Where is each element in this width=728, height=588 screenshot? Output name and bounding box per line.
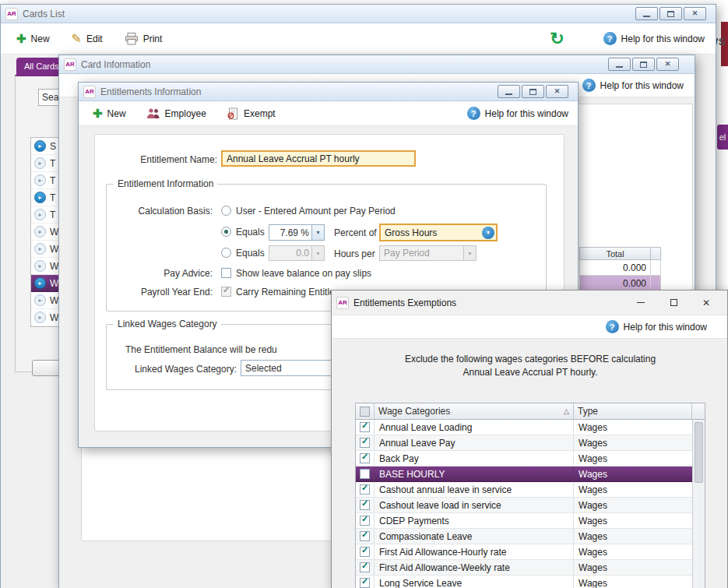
row-checkbox[interactable]: [360, 578, 370, 588]
new-button[interactable]: ✚New: [93, 107, 126, 119]
row-checkbox[interactable]: [360, 453, 370, 463]
cards-list-titlebar[interactable]: AR Cards List ✕: [1, 5, 716, 23]
close-button[interactable]: ✕: [546, 85, 568, 98]
table-row[interactable]: Compassionate LeaveWages: [356, 529, 705, 544]
card-name-text: W: [50, 295, 58, 306]
plus-icon: ✚: [16, 33, 26, 44]
refresh-icon[interactable]: ↻: [550, 30, 564, 48]
linked-wages-description: The Entitlement Balance will be redu: [125, 344, 277, 355]
vertical-scrollbar[interactable]: [692, 420, 705, 588]
radio-user-entered[interactable]: [221, 206, 231, 216]
row-checkbox[interactable]: [360, 484, 370, 495]
scrollbar-thumb[interactable]: [695, 422, 703, 483]
entitlements-exemptions-titlebar[interactable]: AR Entitlements Exemptions ✕: [332, 290, 727, 315]
dropdown-arrow-icon[interactable]: ▾: [311, 225, 324, 240]
print-button[interactable]: Print: [125, 33, 163, 45]
table-row[interactable]: Cashout leave load in serviceWages: [356, 498, 705, 513]
row-checkbox[interactable]: [360, 469, 370, 479]
help-link[interactable]: ?Help for this window: [606, 320, 707, 333]
zoom-arrow-icon[interactable]: ▸: [34, 312, 46, 323]
help-button-fragment[interactable]: el: [717, 125, 728, 150]
row-checkbox[interactable]: [360, 531, 370, 541]
zoom-arrow-icon[interactable]: ▸: [34, 226, 46, 238]
description-line: Exclude the following wages categories B…: [355, 353, 705, 366]
zoom-arrow-icon[interactable]: ▸: [34, 277, 46, 289]
row-checkbox[interactable]: [360, 547, 370, 557]
edit-button[interactable]: ✎Edit: [72, 33, 103, 45]
column-header-total[interactable]: Total: [579, 247, 651, 260]
card-information-titlebar[interactable]: AR Card Information ✕: [59, 55, 695, 74]
row-checkbox[interactable]: [360, 500, 370, 510]
row-checkbox[interactable]: [360, 562, 370, 572]
close-icon: ✕: [665, 61, 671, 68]
table-row[interactable]: 0.000: [579, 260, 662, 276]
row-checkbox[interactable]: [360, 516, 370, 526]
zoom-arrow-icon[interactable]: ▸: [34, 294, 46, 306]
minimize-button[interactable]: [498, 85, 520, 98]
entitlement-name-input[interactable]: Annual Leave Accrual PT hourly: [221, 150, 416, 167]
table-row[interactable]: Cashout annual leave in serviceWages: [356, 482, 705, 498]
percent-value-combo[interactable]: 7.69 % ▾: [269, 224, 325, 241]
type-cell: Wages: [574, 482, 692, 497]
maximize-icon: [670, 299, 677, 306]
exempt-icon: [227, 107, 239, 120]
maximize-button[interactable]: [659, 7, 682, 20]
zoom-arrow-icon[interactable]: ▸: [34, 192, 46, 203]
close-button[interactable]: ✕: [684, 7, 706, 20]
table-row[interactable]: Annual Leave LoadingWages: [356, 420, 705, 435]
row-checkbox[interactable]: [360, 422, 370, 432]
exempt-button[interactable]: Exempt: [227, 107, 276, 120]
printer-icon: [125, 33, 139, 45]
table-row[interactable]: Annual Leave PayWages: [356, 435, 705, 451]
card-name-text: W: [50, 261, 58, 272]
minimize-button[interactable]: [608, 58, 631, 71]
minimize-button[interactable]: [624, 290, 657, 315]
radio-equals-percent[interactable]: [221, 227, 231, 237]
zoom-arrow-icon[interactable]: ▸: [34, 140, 46, 152]
maximize-button[interactable]: [522, 85, 544, 98]
maximize-icon: [640, 62, 647, 68]
zoom-arrow-icon[interactable]: ▸: [34, 209, 46, 220]
wage-categories-header-label: Wage Categories: [378, 406, 450, 417]
help-link[interactable]: ?Help for this window: [467, 107, 568, 120]
window-title: Card Information: [81, 59, 150, 70]
column-header-type[interactable]: Type: [574, 403, 692, 419]
zoom-arrow-icon[interactable]: ▸: [34, 174, 46, 186]
dropdown-arrow-icon[interactable]: ▾: [482, 227, 494, 239]
radio-equals-hours[interactable]: [221, 248, 231, 258]
pay-advice-checkbox[interactable]: [221, 268, 231, 278]
table-row[interactable]: CDEP PaymentsWages: [356, 513, 705, 529]
table-row[interactable]: Long Service LeaveWages: [356, 576, 705, 588]
type-cell: Wages: [574, 560, 692, 575]
entitlements-information-titlebar[interactable]: AR Entitlements Information ✕: [79, 83, 578, 101]
app-icon: AR: [5, 8, 18, 20]
percent-of-combo[interactable]: Gross Hours ▾: [379, 224, 498, 241]
zoom-arrow-icon[interactable]: ▸: [34, 157, 46, 169]
close-button[interactable]: ✕: [690, 290, 723, 315]
new-button[interactable]: ✚New: [16, 33, 50, 44]
maximize-button[interactable]: [632, 58, 655, 71]
help-link[interactable]: ?Help for this window: [582, 79, 684, 92]
table-row[interactable]: 0.000: [579, 276, 662, 291]
row-checkbox[interactable]: [360, 438, 370, 448]
print-label: Print: [143, 33, 163, 44]
zoom-arrow-icon[interactable]: ▸: [34, 243, 46, 255]
hours-value: 0.0: [269, 248, 311, 259]
table-row[interactable]: Back PayWages: [356, 451, 705, 467]
maximize-button[interactable]: [657, 290, 690, 315]
minimize-button[interactable]: [635, 7, 658, 20]
table-row[interactable]: First Aid Allowance-Weekly rateWages: [356, 560, 705, 576]
table-row[interactable]: First Aid Allowance-Hourly rateWages: [356, 544, 705, 560]
table-row[interactable]: BASE HOURLYWages: [356, 467, 705, 482]
type-cell: Wages: [574, 529, 692, 544]
select-all-checkbox[interactable]: [360, 407, 370, 417]
column-header-wage-categories[interactable]: Wage Categories△: [375, 403, 574, 419]
close-button[interactable]: ✕: [656, 58, 679, 71]
card-name-text: W: [50, 227, 58, 238]
exemptions-table-body: Annual Leave LoadingWagesAnnual Leave Pa…: [356, 420, 705, 588]
help-link[interactable]: ?Help for this window: [603, 32, 705, 45]
employee-button[interactable]: Employee: [146, 107, 206, 120]
zoom-arrow-icon[interactable]: ▸: [34, 260, 46, 272]
row-checkbox-cell: [356, 529, 375, 544]
type-cell: Wages: [574, 576, 692, 588]
